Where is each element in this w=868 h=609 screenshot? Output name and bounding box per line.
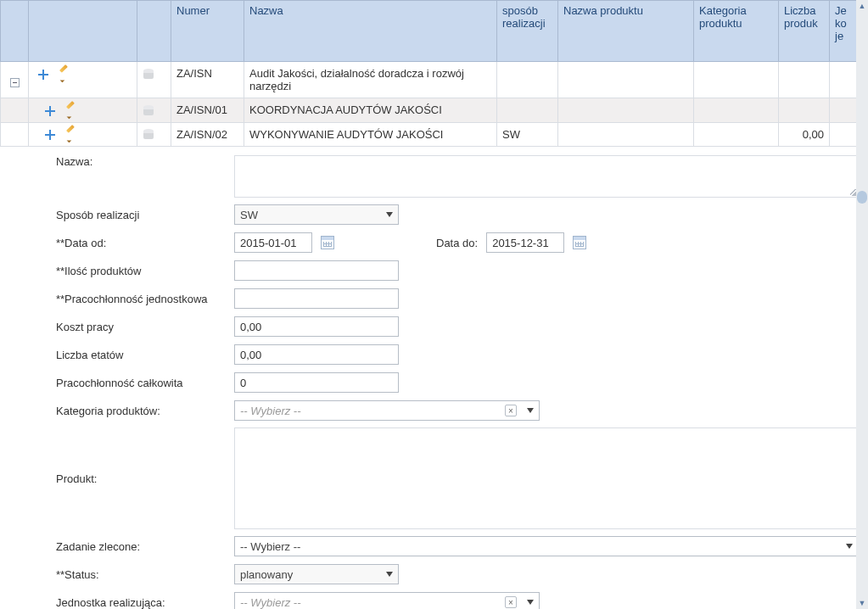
- zadanie-select[interactable]: -- Wybierz --: [234, 536, 859, 556]
- cell-sposob: SW: [497, 122, 558, 147]
- cell-sposob: [497, 62, 558, 98]
- etaty-label: Liczba etatów: [56, 349, 234, 361]
- calendar-icon[interactable]: [321, 236, 334, 249]
- calendar-icon[interactable]: [573, 236, 586, 249]
- table-row: ZA/ISN Audit Jakości, działalność doradc…: [1, 62, 857, 98]
- cell-sposob: [497, 98, 558, 123]
- cell-nazwa-produktu: [558, 98, 694, 123]
- collapse-icon[interactable]: [10, 78, 20, 87]
- tasks-table: Numer Nazwa sposób realizacji Nazwa prod…: [0, 0, 857, 147]
- sposob-select[interactable]: SW: [234, 204, 399, 225]
- edit-icon[interactable]: [64, 129, 76, 141]
- scroll-up-arrow[interactable]: ▲: [856, 0, 868, 12]
- cell-liczba: [779, 62, 830, 98]
- status-label: **Status:: [56, 568, 234, 581]
- koszt-label: Koszt pracy: [56, 321, 234, 333]
- header-numer: Numer: [171, 1, 244, 62]
- ilosc-label: **Ilość produktów: [56, 265, 234, 277]
- header-actions: [29, 1, 137, 62]
- cell-extra: [830, 62, 857, 98]
- etaty-input[interactable]: [234, 344, 399, 365]
- status-value: planowany: [240, 568, 293, 581]
- table-row: ZA/ISN/01 KOORDYNACJA AUDYTÓW JAKOŚCI: [1, 98, 857, 123]
- pracochl-jedn-input[interactable]: [234, 288, 399, 309]
- table-row: ZA/ISN/02 WYKONYWANIE AUDYTÓW JAKOŚCI SW…: [1, 122, 857, 147]
- header-db: [137, 1, 171, 62]
- database-icon[interactable]: [143, 129, 154, 141]
- jednostka-label: Jednostka realizująca:: [56, 596, 234, 609]
- pracochl-calk-input[interactable]: [234, 372, 399, 393]
- produkt-label: Produkt:: [56, 472, 234, 485]
- sposob-label: Sposób realizacji: [56, 209, 234, 221]
- chevron-down-icon: [527, 408, 534, 413]
- cell-extra: [830, 122, 857, 147]
- cell-numer: ZA/ISN: [171, 62, 244, 98]
- data-do-label: Data do:: [436, 237, 478, 249]
- header-jekoje: Je ko je: [830, 1, 857, 62]
- vertical-scrollbar[interactable]: ▲ ▼: [856, 0, 868, 609]
- data-od-label: **Data od:: [56, 237, 234, 249]
- data-do-input[interactable]: [486, 232, 564, 253]
- kategoria-label: Kategoria produktów:: [56, 405, 234, 417]
- cell-nazwa-produktu: [558, 62, 694, 98]
- clear-icon[interactable]: ×: [505, 405, 517, 416]
- sposob-value: SW: [240, 209, 258, 221]
- pracochl-jedn-label: **Pracochłonność jednostkowa: [56, 293, 234, 305]
- cell-kategoria: [694, 98, 779, 123]
- edit-icon[interactable]: [64, 105, 76, 117]
- cell-nazwa: KOORDYNACJA AUDYTÓW JAKOŚCI: [244, 98, 497, 123]
- header-nazwa: Nazwa: [244, 1, 497, 62]
- nazwa-label: Nazwa:: [56, 155, 234, 168]
- edit-icon[interactable]: [58, 69, 70, 81]
- cell-liczba: 0,00: [779, 122, 830, 147]
- cell-kategoria: [694, 122, 779, 147]
- jednostka-placeholder: -- Wybierz --: [240, 596, 301, 609]
- cell-nazwa-produktu: [558, 122, 694, 147]
- detail-form: Nazwa: Sposób realizacji SW **Data od: D…: [0, 147, 856, 609]
- chevron-down-icon: [386, 572, 393, 577]
- scroll-thumb[interactable]: [857, 191, 867, 204]
- header-liczba-produk: Liczba produk: [779, 1, 830, 62]
- cell-nazwa: WYKONYWANIE AUDYTÓW JAKOŚCI: [244, 122, 497, 147]
- data-od-input[interactable]: [234, 232, 312, 253]
- cell-liczba: [779, 98, 830, 123]
- cell-numer: ZA/ISN/01: [171, 98, 244, 123]
- cell-kategoria: [694, 62, 779, 98]
- clear-icon[interactable]: ×: [505, 596, 517, 608]
- add-icon[interactable]: [37, 69, 49, 81]
- add-icon[interactable]: [44, 105, 56, 117]
- nazwa-textarea[interactable]: [234, 155, 859, 198]
- header-tree: [1, 1, 29, 62]
- header-sposob: sposób realizacji: [497, 1, 558, 62]
- status-select[interactable]: planowany: [234, 564, 399, 584]
- zadanie-placeholder: -- Wybierz --: [240, 540, 300, 553]
- database-icon[interactable]: [143, 105, 154, 117]
- header-kategoria-produktu: Kategoria produktu: [694, 1, 779, 62]
- pracochl-calk-label: Pracochłonność całkowita: [56, 377, 234, 389]
- chevron-down-icon: [386, 212, 393, 217]
- database-icon[interactable]: [143, 69, 154, 81]
- kategoria-combo[interactable]: -- Wybierz -- ×: [234, 400, 540, 421]
- produkt-textarea[interactable]: [234, 427, 859, 529]
- add-icon[interactable]: [44, 129, 56, 141]
- jednostka-combo[interactable]: -- Wybierz -- ×: [234, 592, 540, 609]
- cell-numer: ZA/ISN/02: [171, 122, 244, 147]
- zadanie-label: Zadanie zlecone:: [56, 540, 234, 553]
- header-nazwa-produktu: Nazwa produktu: [558, 1, 694, 62]
- cell-extra: [830, 98, 857, 123]
- cell-nazwa: Audit Jakości, działalność doradcza i ro…: [244, 62, 497, 98]
- ilosc-input[interactable]: [234, 260, 399, 281]
- chevron-down-icon: [846, 544, 853, 549]
- scroll-down-arrow[interactable]: ▼: [856, 597, 868, 609]
- chevron-down-icon: [527, 600, 534, 605]
- koszt-input[interactable]: [234, 316, 399, 337]
- kategoria-placeholder: -- Wybierz --: [240, 405, 301, 417]
